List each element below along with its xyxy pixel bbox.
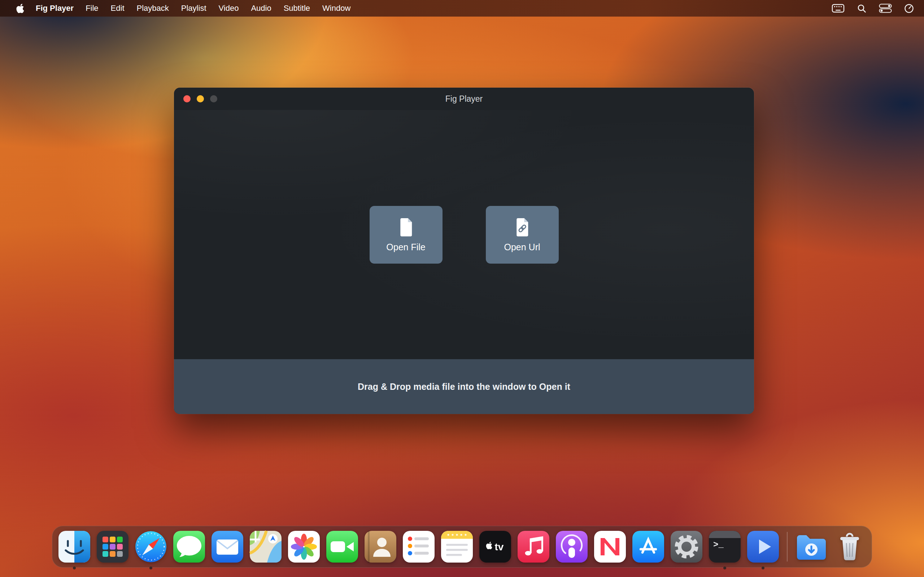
drag-drop-hint: Drag & Drop media file into the window t… xyxy=(358,382,570,392)
menu-item-edit[interactable]: Edit xyxy=(105,3,131,13)
dock-item-photos[interactable] xyxy=(287,529,321,564)
dock-item-safari[interactable] xyxy=(134,529,168,564)
dock-item-messages[interactable] xyxy=(172,529,207,564)
dock: tv xyxy=(52,526,872,567)
dock-item-terminal[interactable]: >_ xyxy=(708,529,742,564)
dock-item-reminders[interactable] xyxy=(401,529,436,564)
link-file-icon xyxy=(513,217,531,238)
window-title: Fig Player xyxy=(446,94,483,104)
gauge-status-item[interactable] xyxy=(904,3,914,13)
trash-icon xyxy=(832,529,867,564)
dock-item-maps[interactable] xyxy=(248,529,283,564)
control-center-status-item[interactable] xyxy=(879,3,892,13)
dock-item-trash[interactable] xyxy=(832,529,867,564)
open-url-button[interactable]: Open Url xyxy=(486,206,559,264)
window-title-bar[interactable]: Fig Player xyxy=(174,88,754,110)
dock-item-contacts[interactable] xyxy=(363,529,398,564)
apple-logo-icon xyxy=(15,3,25,13)
menu-item-playlist[interactable]: Playlist xyxy=(175,3,213,13)
dock-item-tv[interactable]: tv xyxy=(478,529,512,564)
dock-item-app-store[interactable] xyxy=(631,529,666,564)
traffic-minimize-button[interactable] xyxy=(197,95,204,102)
contacts-icon xyxy=(363,529,398,564)
file-icon xyxy=(397,217,415,238)
menu-item-playback[interactable]: Playback xyxy=(131,3,175,13)
dock-item-fig-player[interactable] xyxy=(746,529,780,564)
facetime-icon xyxy=(325,529,360,564)
dock-item-news[interactable] xyxy=(593,529,627,564)
dock-separator xyxy=(787,532,788,561)
open-url-label: Open Url xyxy=(504,242,540,253)
finder-icon xyxy=(57,529,92,564)
photos-icon xyxy=(287,529,321,564)
dock-item-mail[interactable] xyxy=(210,529,245,564)
fig-player-window: Fig Player Open File Open Url Drag & Dro… xyxy=(174,88,754,414)
window-footer: Drag & Drop media file into the window t… xyxy=(174,359,754,414)
dock-item-notes[interactable] xyxy=(439,529,474,564)
menu-item-audio[interactable]: Audio xyxy=(245,3,277,13)
menu-item-subtitle[interactable]: Subtitle xyxy=(278,3,316,13)
apple-tv-icon: tv xyxy=(478,529,512,564)
dock-item-facetime[interactable] xyxy=(325,529,360,564)
dock-item-music[interactable] xyxy=(516,529,551,564)
open-file-label: Open File xyxy=(386,242,425,253)
safari-icon xyxy=(134,529,168,564)
traffic-zoom-button[interactable] xyxy=(210,95,217,102)
dock-item-system-settings[interactable] xyxy=(669,529,704,564)
keyboard-icon xyxy=(832,3,845,13)
window-content: Open File Open Url xyxy=(174,110,754,359)
menu-bar-left: Fig Player File Edit Playback Playlist V… xyxy=(10,3,357,13)
dock-item-launchpad[interactable] xyxy=(95,529,130,564)
downloads-folder-icon xyxy=(794,529,829,564)
launchpad-icon xyxy=(95,529,130,564)
maps-icon xyxy=(248,529,283,564)
traffic-lights xyxy=(183,95,217,102)
news-icon xyxy=(593,529,627,564)
menu-item-file[interactable]: File xyxy=(79,3,104,13)
dock-item-podcasts[interactable] xyxy=(554,529,589,564)
apple-menu[interactable] xyxy=(10,3,30,13)
fig-player-icon xyxy=(746,529,780,564)
mail-icon xyxy=(210,529,245,564)
search-icon xyxy=(857,3,867,13)
spotlight-status-item[interactable] xyxy=(857,3,867,13)
dock-item-finder[interactable] xyxy=(57,529,92,564)
tv-label: tv xyxy=(495,541,504,553)
terminal-prompt: >_ xyxy=(713,540,724,550)
menu-bar-status-area xyxy=(832,3,914,13)
terminal-icon: >_ xyxy=(708,529,742,564)
control-center-icon xyxy=(879,3,892,13)
menu-bar: Fig Player File Edit Playback Playlist V… xyxy=(0,0,924,16)
traffic-close-button[interactable] xyxy=(183,95,191,102)
menu-item-video[interactable]: Video xyxy=(213,3,245,13)
menu-item-window[interactable]: Window xyxy=(316,3,357,13)
dock-item-downloads[interactable] xyxy=(794,529,829,564)
gear-icon xyxy=(669,529,704,564)
notes-icon xyxy=(439,529,474,564)
gauge-icon xyxy=(904,3,914,13)
reminders-icon xyxy=(401,529,436,564)
menu-app-name[interactable]: Fig Player xyxy=(30,3,79,13)
open-file-button[interactable]: Open File xyxy=(370,206,443,264)
app-store-icon xyxy=(631,529,666,564)
keyboard-status-item[interactable] xyxy=(832,3,845,13)
music-icon xyxy=(516,529,551,564)
podcasts-icon xyxy=(554,529,589,564)
messages-icon xyxy=(172,529,207,564)
